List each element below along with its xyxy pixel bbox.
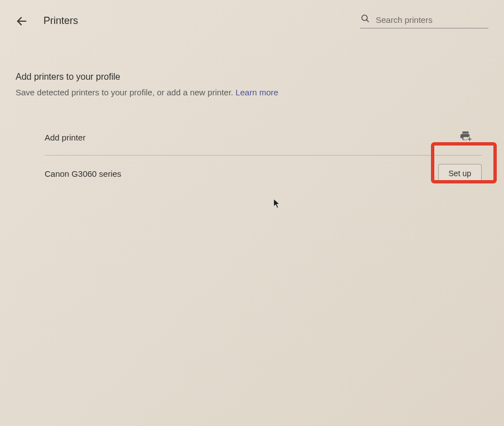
add-printer-label: Add printer <box>45 133 85 142</box>
add-printer-icon <box>459 130 472 144</box>
detected-printer-row: Canon G3060 series Set up <box>45 156 482 191</box>
cursor-icon <box>273 199 281 211</box>
search-icon <box>360 13 370 26</box>
section-description-text: Save detected printers to your profile, … <box>16 88 235 97</box>
page-title: Printers <box>43 15 78 27</box>
setup-button[interactable]: Set up <box>438 164 482 183</box>
svg-line-2 <box>366 20 369 22</box>
section-description: Save detected printers to your profile, … <box>16 88 488 97</box>
section-title: Add printers to your profile <box>16 72 488 82</box>
search-field[interactable] <box>360 13 488 28</box>
search-input[interactable] <box>376 15 488 25</box>
add-printer-row[interactable]: Add printer <box>45 119 482 155</box>
back-button[interactable] <box>16 15 28 27</box>
learn-more-link[interactable]: Learn more <box>235 88 278 97</box>
detected-printer-label: Canon G3060 series <box>45 169 122 178</box>
arrow-left-icon <box>16 15 28 27</box>
